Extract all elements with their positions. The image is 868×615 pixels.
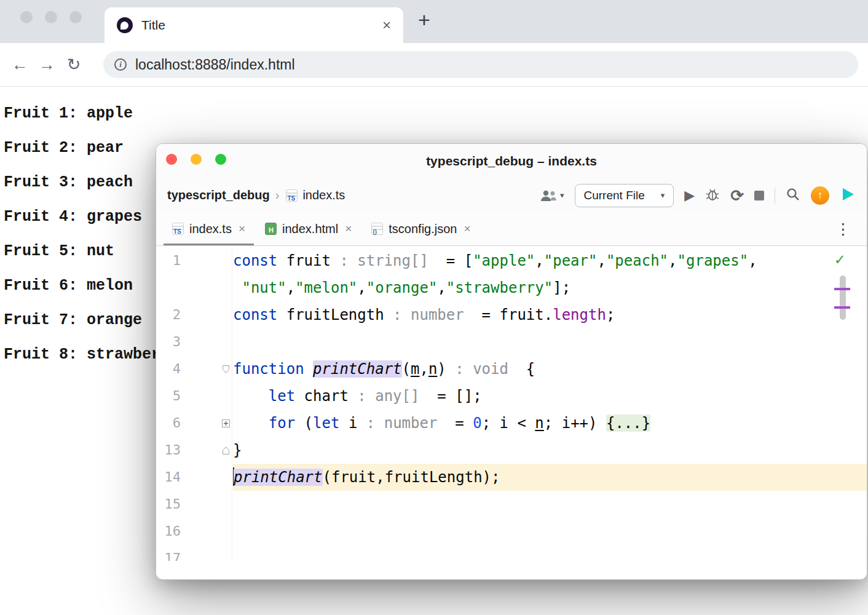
tab-title: Title: [141, 18, 165, 33]
json-file-icon: {}: [371, 223, 383, 235]
code-text: [233, 328, 867, 355]
line-number: 4: [156, 355, 181, 383]
editor-tab-index.html[interactable]: Hindex.html×: [255, 212, 361, 245]
line-number: 1: [156, 247, 181, 274]
code-with-me-button[interactable]: ▾: [539, 189, 564, 202]
window-minimize-button[interactable]: [45, 11, 57, 23]
rerun-button[interactable]: ⟳: [730, 188, 744, 204]
code-line[interactable]: 17: [156, 545, 867, 561]
window-minimize-button[interactable]: [191, 154, 202, 165]
fold-down-gutter-icon[interactable]: [181, 355, 233, 383]
tab-close-icon[interactable]: ×: [239, 222, 245, 236]
editor-scrollbar-thumb[interactable]: [840, 276, 846, 320]
line-number: [156, 274, 181, 301]
code-line[interactable]: 1const fruit : string[] = ["apple","pear…: [156, 247, 867, 274]
line-number: 3: [156, 328, 181, 355]
arrow-up-icon: ↑: [818, 189, 823, 202]
code-line[interactable]: 6 for (let i : number = 0; i < n; i++) {…: [156, 410, 867, 437]
run-configuration-select[interactable]: Current File ▾: [575, 184, 674, 207]
gutter: [181, 491, 233, 518]
ide-gradient-run-icon[interactable]: [840, 186, 856, 205]
window-close-button[interactable]: [166, 154, 177, 165]
window-close-button[interactable]: [20, 11, 33, 23]
typescript-file-icon: TS: [286, 189, 298, 202]
run-configuration-label: Current File: [584, 189, 645, 202]
users-icon: [539, 189, 558, 202]
page-text-line: Fruit 1: apple: [4, 97, 868, 131]
editor-tab-index.ts[interactable]: TSindex.ts×: [162, 212, 255, 245]
fold-up-gutter-icon[interactable]: [181, 437, 233, 464]
line-number: 2: [156, 301, 181, 328]
gutter: [181, 464, 233, 491]
breadcrumb-file[interactable]: index.ts: [302, 188, 345, 202]
line-number: 17: [156, 545, 181, 561]
tab-label: index.html: [282, 222, 338, 236]
tab-close-icon[interactable]: ×: [464, 222, 470, 236]
window-title: typescript_debug – index.ts: [426, 154, 597, 168]
ts-file-icon: TS: [172, 223, 184, 235]
code-line[interactable]: 4function printChart(m,n) : void {: [156, 355, 867, 383]
code-line[interactable]: 16: [156, 518, 867, 545]
gutter: [181, 328, 233, 355]
ide-toolbar: typescript_debug › TS index.ts ▾ Current…: [156, 178, 867, 212]
tab-options-kebab-icon[interactable]: ⋮: [835, 220, 867, 238]
line-number: 5: [156, 383, 181, 410]
code-text: const fruit : string[] = ["apple","pear"…: [233, 247, 867, 274]
plus-gutter-icon[interactable]: [181, 410, 233, 437]
search-everywhere-button[interactable]: [786, 187, 800, 204]
editor-tab-bar: TSindex.ts×Hindex.html×{}tsconfig.json× …: [156, 212, 867, 246]
url-bar[interactable]: i localhost:8888/index.html: [103, 51, 858, 78]
bug-icon: [705, 187, 720, 202]
code-text: function printChart(m,n) : void {: [233, 355, 867, 383]
code-text: "nut","melon","orange","strawberry"];: [233, 274, 867, 301]
update-button[interactable]: ↑: [811, 186, 829, 205]
url-text: localhost:8888/index.html: [135, 57, 295, 73]
code-line[interactable]: 14printChart(fruit,fruitLength);: [156, 464, 867, 491]
tab-label: index.ts: [189, 222, 232, 236]
code-line[interactable]: 2const fruitLength : number = fruit.leng…: [156, 301, 867, 328]
chevron-down-icon: ▾: [560, 191, 564, 200]
window-zoom-button[interactable]: [215, 154, 226, 165]
code-line[interactable]: 3: [156, 328, 867, 355]
browser-tab[interactable]: Title ×: [105, 7, 403, 43]
line-number: 6: [156, 410, 181, 437]
ide-window: typescript_debug – index.ts typescript_d…: [156, 143, 867, 580]
browser-toolbar: ← → ↻ i localhost:8888/index.html: [0, 43, 868, 87]
code-line[interactable]: "nut","melon","orange","strawberry"];: [156, 274, 867, 301]
code-text: printChart(fruit,fruitLength);: [233, 464, 867, 491]
code-text: [233, 491, 867, 518]
back-button[interactable]: ←: [6, 55, 33, 74]
line-number: 15: [156, 491, 181, 518]
code-line[interactable]: 13}: [156, 437, 867, 464]
site-favicon-icon: [117, 17, 133, 33]
run-button[interactable]: ▶: [684, 189, 695, 202]
tab-close-icon[interactable]: ×: [382, 17, 391, 34]
code-editor[interactable]: 1const fruit : string[] = ["apple","pear…: [156, 246, 867, 579]
breadcrumb-project[interactable]: typescript_debug: [167, 188, 270, 202]
code-text: [233, 545, 867, 561]
inspections-ok-check-icon: ✓: [835, 250, 845, 268]
code-text: const fruitLength : number = fruit.lengt…: [233, 301, 867, 328]
vcs-change-marker: [834, 306, 850, 309]
forward-button[interactable]: →: [33, 55, 60, 74]
page-info-icon[interactable]: i: [114, 58, 127, 71]
debug-button[interactable]: [705, 187, 720, 204]
reload-button[interactable]: ↻: [60, 55, 87, 74]
code-text: for (let i : number = 0; i < n; i++) {..…: [233, 410, 867, 437]
breadcrumb-separator-icon: ›: [275, 188, 280, 202]
code-line[interactable]: 15: [156, 491, 867, 518]
window-zoom-button[interactable]: [69, 11, 82, 23]
code-line[interactable]: 5 let chart : any[] = [];: [156, 383, 867, 410]
chevron-down-icon: ▾: [661, 191, 665, 200]
new-tab-button[interactable]: +: [418, 8, 430, 32]
vcs-change-marker: [834, 288, 850, 290]
toolbar-divider: [775, 188, 775, 204]
gutter: [181, 247, 233, 274]
stop-button[interactable]: [754, 191, 764, 200]
editor-tab-tsconfig.json[interactable]: {}tsconfig.json×: [361, 212, 480, 245]
gutter: [181, 518, 233, 545]
line-number: 13: [156, 437, 181, 464]
line-number: 16: [156, 518, 181, 545]
tab-close-icon[interactable]: ×: [345, 222, 352, 236]
gutter: [181, 383, 233, 410]
